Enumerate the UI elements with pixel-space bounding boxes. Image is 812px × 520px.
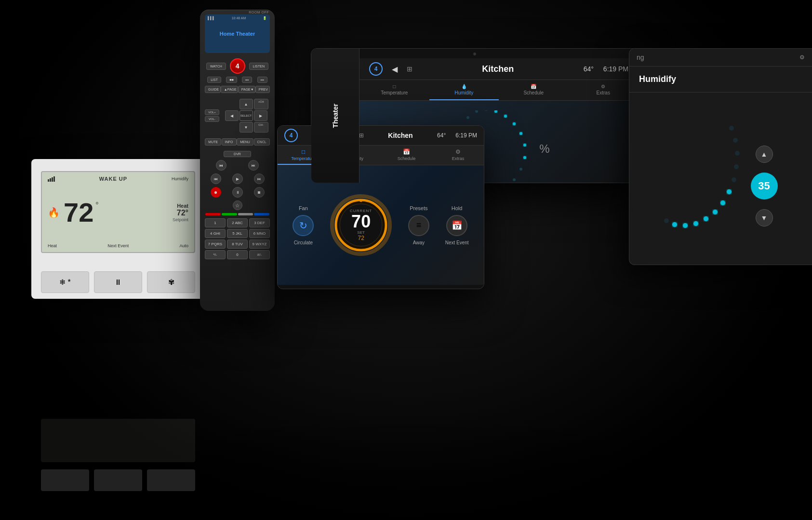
remote-pagev-button[interactable]: PAGE▼ — [238, 86, 255, 93]
sched-tab-icon-small: 📅 — [403, 148, 410, 155]
tab-temperature[interactable]: □ Temperature — [359, 80, 429, 100]
remote-listen-button[interactable]: LISTEN — [249, 63, 269, 70]
remote-control-device: ROOM OFF ▌▌▌ 10:48 AM 🔋 Home Theater WAT… — [200, 10, 275, 311]
svg-point-19 — [729, 126, 734, 131]
svg-point-30 — [672, 222, 677, 227]
remote-num0-button[interactable]: 0 — [227, 250, 248, 259]
tablet-main-temp: 64° — [584, 65, 594, 73]
tablet-main-header: 4 ◀ ⊞ Kitchen 64° 6:19 PM — [359, 58, 638, 80]
humidify-gear-icon[interactable]: ⚙ — [799, 54, 805, 61]
thermostat-auto: Auto — [179, 243, 188, 248]
remote-star-num-button[interactable]: */- — [205, 250, 226, 259]
tablet-logo: 4 — [369, 62, 383, 76]
humidity-down-button[interactable]: ▼ — [756, 209, 773, 227]
extras-tab-icon: ⚙ — [601, 84, 605, 89]
gauge-set-value: 72 — [358, 235, 364, 241]
remote-vol-down-button[interactable]: VOL- — [205, 116, 219, 122]
remote-num6-button[interactable]: 6 MNO — [249, 229, 270, 238]
remote-down-button[interactable]: ▼ — [240, 122, 253, 133]
humidify-content: ▲ 35 ▼ — [629, 93, 812, 265]
remote-grey-button[interactable] — [238, 213, 253, 215]
remote-num9-button[interactable]: 9 WXYZ — [249, 240, 270, 249]
tab-small-extras[interactable]: ⚙ Extras — [432, 146, 484, 165]
remote-num3-button[interactable]: 3 DEF — [249, 218, 270, 227]
thermostat-current-temp: 72 — [64, 199, 93, 226]
remote-stop-button[interactable]: ⏹ — [254, 187, 265, 198]
remote-play-button[interactable]: ▶ — [232, 173, 243, 184]
circulate-icon: ↻ — [299, 220, 307, 231]
remote-screen: ▌▌▌ 10:48 AM 🔋 Home Theater — [205, 14, 270, 53]
remote-cncl-button[interactable]: CNCL — [254, 138, 270, 146]
remote-num7-button[interactable]: 7 PQRS — [205, 240, 226, 249]
away-button[interactable]: ≡ — [408, 215, 429, 236]
remote-num1-button[interactable]: 1 — [205, 218, 226, 227]
remote-green-button[interactable] — [222, 213, 237, 215]
reflection-overlay — [0, 414, 812, 520]
svg-point-25 — [720, 200, 725, 205]
next-event-button[interactable]: 📅 — [446, 215, 467, 236]
circulate-button[interactable]: ↻ — [293, 215, 314, 236]
remote-apage-button[interactable]: ▲PAGE — [221, 86, 238, 93]
tablet-small-logo: 4 — [284, 129, 298, 142]
tablet-small-header: 4 ◀ ⊞ Kitchen 64° 6:19 PM — [278, 126, 484, 146]
tab-small-schedule[interactable]: 📅 Schedule — [381, 146, 432, 165]
thermostat-snowflake-button[interactable]: ❄ * — [41, 271, 89, 293]
remote-hash-button[interactable]: #/- — [249, 250, 270, 259]
remote-vol-up-button[interactable]: VOL+ — [205, 109, 219, 115]
remote-center-logo-button[interactable]: 4 — [230, 58, 245, 74]
tab-extras[interactable]: ⚙ Extras — [569, 80, 639, 100]
humidity-percent-display: % — [539, 142, 549, 156]
remote-rewind-button[interactable]: ⏮ — [216, 160, 226, 171]
presets-label: Presets — [410, 205, 427, 211]
remote-menu-button[interactable]: MENU — [237, 138, 253, 146]
remote-red-button[interactable] — [205, 213, 221, 215]
remote-num8-button[interactable]: 8 TUV — [227, 240, 248, 249]
svg-point-23 — [732, 177, 736, 182]
remote-mute-button[interactable]: MUTE — [205, 138, 221, 146]
tablet-small-tabs: □ Temperature 💧 Humidity 📅 Schedule ⚙ Ex… — [278, 146, 484, 165]
remote-ch-plus-button[interactable]: +CH — [254, 99, 268, 109]
back-button[interactable]: ◀ — [388, 63, 401, 75]
remote-ch-minus-button[interactable]: CH- — [254, 122, 268, 133]
remote-left-button[interactable]: ◀ — [225, 110, 239, 121]
tab-humidity[interactable]: 💧 Humidity — [429, 80, 499, 100]
remote-record-button[interactable]: ⏺ — [211, 187, 221, 198]
thermostat-screen: WAKE UP Humidify 🔥 72 ° Heat 72° Setpoin… — [41, 171, 195, 253]
pause-icon: ⏸ — [114, 278, 122, 287]
remote-num4-button[interactable]: 4 GHI — [205, 229, 226, 238]
schedule-tab-label: Schedule — [523, 90, 544, 95]
remote-select-button[interactable]: SELECT — [240, 110, 253, 121]
degree-symbol: ° — [95, 201, 98, 210]
thermostat-heat-mode: Heat — [48, 243, 57, 248]
remote-info-button[interactable]: INFO — [222, 138, 237, 146]
remote-next-track-button[interactable]: ⏭ — [254, 173, 265, 184]
thermostat-pause-button[interactable]: ⏸ — [94, 271, 142, 293]
remote-prev-track-button[interactable]: ⏮ — [211, 173, 221, 184]
thermostat-title: WAKE UP — [99, 176, 127, 182]
remote-fast-forward-button[interactable]: ⏭ — [248, 160, 259, 171]
humidity-up-button[interactable]: ▲ — [756, 146, 773, 163]
remote-blue-button[interactable] — [254, 213, 269, 215]
svg-point-5 — [494, 110, 497, 113]
remote-dots-1[interactable]: ■■ — [226, 77, 237, 83]
thermostat-fan-button[interactable]: ✾ — [147, 271, 195, 293]
tablet-small-device: 4 ◀ ⊞ Kitchen 64° 6:19 PM □ Temperature … — [277, 125, 484, 289]
svg-point-7 — [513, 122, 516, 125]
remote-up-button[interactable]: ▲ — [240, 99, 253, 109]
remote-watch-button[interactable]: WATCH — [206, 63, 226, 70]
remote-star-button[interactable]: ☆ — [233, 200, 242, 210]
thermostat-device: WAKE UP Humidify 🔥 72 ° Heat 72° Setpoin… — [31, 159, 205, 299]
remote-num2-button[interactable]: 2 ABC — [227, 218, 248, 227]
remote-right-button[interactable]: ▶ — [254, 110, 267, 121]
remote-num5-button[interactable]: 5 JKL — [227, 229, 248, 238]
remote-guide-button[interactable]: GUIDE — [205, 86, 221, 93]
remote-pause-button[interactable]: ⏸ — [232, 187, 243, 198]
remote-prev-button[interactable]: PREV — [255, 86, 270, 93]
extras-tab-label-small: Extras — [452, 156, 465, 161]
remote-dvr-button[interactable]: DVR — [224, 151, 251, 157]
temperature-tab-label: Temperature — [381, 90, 408, 95]
tab-schedule[interactable]: 📅 Schedule — [499, 80, 569, 100]
remote-dots-2[interactable]: ••• — [242, 77, 252, 83]
remote-dots-3[interactable]: ••• — [257, 77, 267, 83]
remote-list-button[interactable]: LIST — [207, 77, 221, 83]
